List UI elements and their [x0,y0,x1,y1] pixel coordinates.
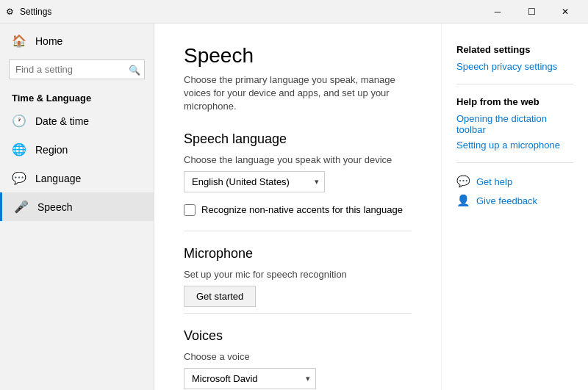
give-feedback-label[interactable]: Give feedback [476,195,537,206]
dictation-toolbar-link[interactable]: Opening the dictation toolbar [456,113,573,135]
settings-icon: ⚙ [6,7,14,17]
sidebar-item-label-date-time: Date & time [35,115,89,127]
sidebar-item-label-language: Language [35,173,81,184]
title-bar: ⚙ Settings ─ ☐ ✕ [0,0,588,24]
setup-microphone-link[interactable]: Setting up a microphone [456,140,573,151]
sidebar: 🏠 Home 🔍 Time & Language 🕐 Date & time 🌐… [0,24,154,390]
microphone-label: Set up your mic for speech recognition [184,269,412,280]
voices-title: Voices [184,328,412,344]
speech-language-title: Speech language [184,131,412,147]
right-divider-1 [456,84,573,84]
search-icon: 🔍 [129,64,140,75]
voices-dropdown[interactable]: Microsoft David Microsoft Zira Microsoft… [184,368,316,389]
sidebar-home-label: Home [35,35,62,47]
get-started-button[interactable]: Get started [184,286,256,307]
page-title: Speech [184,44,412,68]
sidebar-item-date-time[interactable]: 🕐 Date & time [0,106,154,135]
search-input[interactable] [9,59,145,79]
title-bar-controls: ─ ☐ ✕ [481,0,582,24]
sidebar-home-button[interactable]: 🏠 Home [0,26,154,55]
date-time-icon: 🕐 [12,114,26,128]
accent-checkbox[interactable] [184,204,196,216]
sidebar-item-label-region: Region [35,144,68,156]
region-icon: 🌐 [12,142,26,156]
divider-1 [184,231,412,231]
speech-privacy-link[interactable]: Speech privacy settings [456,61,573,72]
related-settings-title: Related settings [456,44,573,55]
help-title: Help from the web [456,96,573,107]
get-help-icon: 💬 [456,175,470,188]
speech-language-label: Choose the language you speak with your … [184,154,412,165]
speech-language-dropdown[interactable]: English (United States) English (United … [184,171,325,192]
title-bar-title: Settings [20,7,51,17]
sidebar-item-label-speech: Speech [37,201,72,213]
sidebar-section-title: Time & Language [0,87,154,106]
microphone-title: Microphone [184,246,412,261]
give-feedback-action[interactable]: 👤 Give feedback [456,194,573,207]
language-icon: 💬 [12,171,26,185]
get-help-action[interactable]: 💬 Get help [456,175,573,188]
sidebar-item-region[interactable]: 🌐 Region [0,135,154,164]
give-feedback-icon: 👤 [456,194,470,207]
sidebar-search-container: 🔍 [9,59,145,79]
right-divider-2 [456,162,573,163]
accent-checkbox-label[interactable]: Recognize non-native accents for this la… [201,204,403,215]
page-subtitle: Choose the primary language you speak, m… [184,73,412,114]
sidebar-item-speech[interactable]: 🎤 Speech [0,192,154,221]
divider-2 [184,313,412,314]
app-layout: 🏠 Home 🔍 Time & Language 🕐 Date & time 🌐… [0,24,588,390]
main-content: Speech Choose the primary language you s… [154,24,441,390]
speech-language-dropdown-wrapper: English (United States) English (United … [184,171,325,192]
choose-voice-label: Choose a voice [184,351,412,362]
home-icon: 🏠 [12,34,26,48]
right-panel: Related settings Speech privacy settings… [441,24,588,390]
close-button[interactable]: ✕ [548,0,582,24]
speech-icon: 🎤 [14,200,29,214]
title-bar-left: ⚙ Settings [6,7,51,17]
get-help-label[interactable]: Get help [476,176,512,187]
voices-dropdown-wrapper: Microsoft David Microsoft Zira Microsoft… [184,368,316,389]
minimize-button[interactable]: ─ [481,0,514,24]
sidebar-item-language[interactable]: 💬 Language [0,164,154,192]
maximize-button[interactable]: ☐ [514,0,548,24]
accent-checkbox-row: Recognize non-native accents for this la… [184,204,412,216]
